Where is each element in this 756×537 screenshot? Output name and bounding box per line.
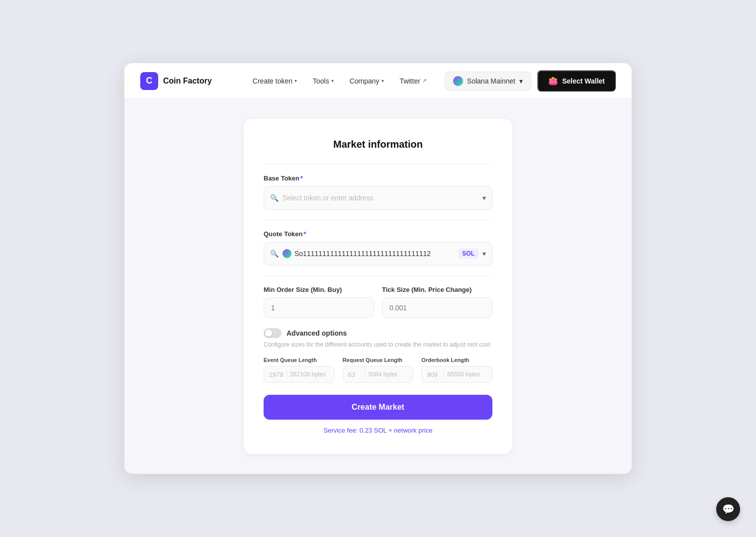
event-queue-label: Event Queue Length — [264, 357, 335, 363]
sol-badge: SOL — [458, 249, 478, 259]
sol-token-icon — [283, 249, 291, 258]
quote-token-input[interactable] — [294, 250, 458, 258]
advanced-desc: Configure sizes for the different accoun… — [264, 341, 492, 348]
solana-icon — [453, 76, 463, 86]
nav-create-token[interactable]: Create token ▾ — [247, 73, 303, 89]
event-queue-input-row: 2978 262108 bytes — [264, 366, 335, 383]
logo-icon: C — [140, 72, 158, 90]
event-queue-num: 2978 — [269, 371, 284, 378]
toggle-knob — [265, 330, 272, 337]
divider — [444, 370, 444, 378]
logo-letter: C — [146, 76, 153, 86]
external-link-icon: ↗ — [422, 78, 427, 84]
chat-bubble-button[interactable]: 💬 — [716, 497, 740, 521]
chevron-down-icon: ▾ — [381, 78, 384, 84]
base-token-input-wrapper[interactable]: 🔍 ▾ — [264, 186, 492, 210]
orderbook-num: 909 — [427, 371, 441, 378]
event-queue-field: Event Queue Length 2978 262108 bytes — [264, 357, 335, 383]
divider — [286, 370, 287, 378]
min-order-input[interactable] — [264, 297, 374, 318]
tick-size-label: Tick Size (Min. Price Change) — [382, 286, 492, 293]
quote-token-input-wrapper[interactable]: 🔍 SOL ▾ — [264, 242, 492, 266]
advanced-options-row: Advanced options — [264, 328, 492, 338]
order-size-row: Min Order Size (Min. Buy) Tick Size (Min… — [264, 286, 492, 318]
wallet-icon: 👛 — [548, 76, 558, 86]
advanced-label: Advanced options — [286, 329, 347, 337]
nav-twitter-label: Twitter — [400, 77, 420, 85]
chevron-down-icon: ▾ — [294, 78, 297, 84]
card-title: Market information — [264, 139, 492, 150]
quote-token-label: Quote Token* — [264, 230, 492, 238]
nav-create-token-label: Create token — [253, 77, 292, 85]
select-wallet-button[interactable]: 👛 Select Wallet — [537, 70, 616, 91]
base-token-input[interactable] — [283, 194, 482, 202]
divider — [365, 370, 366, 378]
base-token-field: Base Token* 🔍 ▾ — [264, 175, 492, 210]
chevron-down-icon: ▾ — [519, 77, 523, 85]
select-wallet-label: Select Wallet — [562, 77, 605, 85]
min-order-field: Min Order Size (Min. Buy) — [264, 286, 374, 318]
request-queue-bytes: 5084 bytes — [369, 371, 398, 378]
nav-tools[interactable]: Tools ▾ — [307, 73, 340, 89]
advanced-toggle[interactable] — [264, 328, 282, 338]
create-market-button[interactable]: Create Market — [264, 395, 492, 420]
event-queue-bytes: 262108 bytes — [290, 371, 326, 378]
request-queue-field: Request Queue Length 63 5084 bytes — [343, 357, 414, 383]
service-fee-text: Service fee: 0.23 SOL + network price — [264, 427, 492, 434]
chevron-down-icon[interactable]: ▾ — [482, 194, 486, 202]
main-nav: Create token ▾ Tools ▾ Company ▾ Twitter… — [247, 73, 433, 89]
search-icon: 🔍 — [270, 194, 279, 202]
network-selector[interactable]: Solana Mainnet ▾ — [445, 72, 531, 90]
app-window: C Coin Factory Create token ▾ Tools ▾ Co… — [124, 63, 632, 474]
chevron-down-icon[interactable]: ▾ — [482, 250, 486, 258]
header: C Coin Factory Create token ▾ Tools ▾ Co… — [124, 63, 632, 99]
chat-icon: 💬 — [722, 503, 735, 515]
nav-company-label: Company — [350, 77, 379, 85]
logo-area: C Coin Factory — [140, 72, 212, 90]
orderbook-bytes: 65500 bytes — [447, 371, 479, 378]
search-icon: 🔍 — [270, 250, 279, 258]
nav-company[interactable]: Company ▾ — [344, 73, 390, 89]
base-token-label: Base Token* — [264, 175, 492, 182]
advanced-fields: Event Queue Length 2978 262108 bytes Req… — [264, 357, 492, 383]
min-order-label: Min Order Size (Min. Buy) — [264, 286, 374, 293]
nav-twitter[interactable]: Twitter ↗ — [394, 73, 433, 89]
orderbook-input-row: 909 65500 bytes — [421, 366, 492, 383]
chevron-down-icon: ▾ — [331, 78, 334, 84]
orderbook-field: Orderbook Length 909 65500 bytes — [421, 357, 492, 383]
divider — [264, 164, 492, 165]
nav-tools-label: Tools — [313, 77, 329, 85]
network-label: Solana Mainnet — [467, 77, 515, 85]
tick-size-field: Tick Size (Min. Price Change) — [382, 286, 492, 318]
market-info-card: Market information Base Token* 🔍 ▾ Quote… — [244, 119, 512, 454]
quote-token-field: Quote Token* 🔍 SOL ▾ — [264, 230, 492, 266]
divider — [264, 275, 492, 276]
header-actions: Solana Mainnet ▾ 👛 Select Wallet — [445, 70, 616, 91]
request-queue-num: 63 — [348, 371, 362, 378]
app-name: Coin Factory — [163, 77, 212, 86]
request-queue-label: Request Queue Length — [343, 357, 414, 363]
request-queue-input-row: 63 5084 bytes — [343, 366, 414, 383]
main-content: Market information Base Token* 🔍 ▾ Quote… — [124, 99, 632, 474]
divider — [264, 220, 492, 220]
tick-size-input[interactable] — [382, 297, 492, 318]
orderbook-label: Orderbook Length — [421, 357, 492, 363]
